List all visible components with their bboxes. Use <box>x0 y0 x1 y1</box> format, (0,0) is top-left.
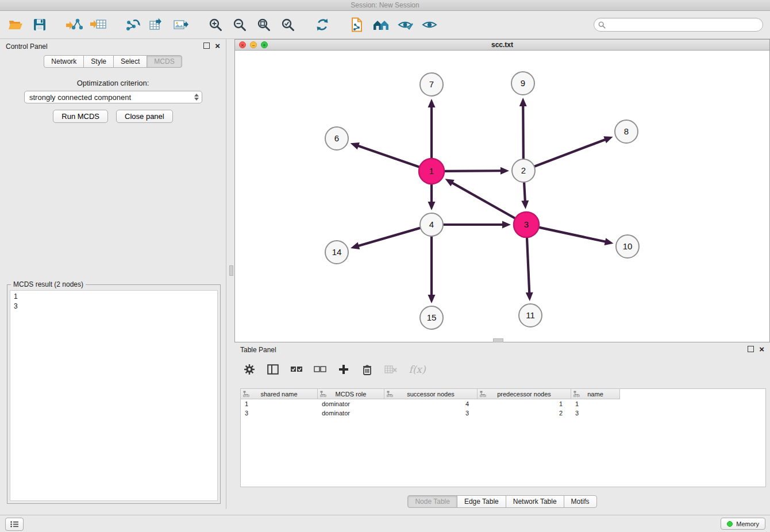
graph-node-8[interactable]: 8 <box>615 120 638 143</box>
edge-2-9[interactable] <box>519 98 527 159</box>
apply-style-button[interactable] <box>394 14 416 35</box>
status-bar: Memory <box>0 515 770 532</box>
svg-text:9: 9 <box>521 78 525 88</box>
network-canvas[interactable]: 7968124314101511 <box>235 50 769 342</box>
edge-3-11[interactable] <box>526 238 533 301</box>
close-window-icon[interactable]: × <box>239 41 246 48</box>
zoom-selected-button[interactable] <box>277 14 299 35</box>
table-settings-button[interactable] <box>242 363 256 376</box>
new-session-document-button[interactable] <box>346 14 368 35</box>
column-header-predecessor-nodes[interactable]: predecessor nodes <box>478 389 571 399</box>
mcds-result-list: 13 <box>10 290 218 501</box>
table-cell: 1 <box>571 399 620 408</box>
tab-network-table[interactable]: Network Table <box>506 495 564 508</box>
table-cell: dominator <box>318 408 384 418</box>
tab-mcds[interactable]: MCDS <box>147 55 182 68</box>
network-canvas-svg[interactable]: 7968124314101511 <box>235 50 769 342</box>
zoom-window-icon[interactable]: + <box>261 41 268 48</box>
graph-node-10[interactable]: 10 <box>616 235 639 258</box>
close-panel-icon[interactable]: × <box>215 43 220 49</box>
edge-2-3[interactable] <box>521 183 529 209</box>
deselect-all-columns-button[interactable] <box>313 363 327 376</box>
delete-table-button-disabled[interactable] <box>384 363 398 376</box>
table-row[interactable]: 1dominator411 <box>241 399 765 408</box>
zoom-out-button[interactable] <box>229 14 251 35</box>
tab-edge-table[interactable]: Edge Table <box>457 495 506 508</box>
graph-node-15[interactable]: 15 <box>420 306 443 329</box>
edge-2-8[interactable] <box>535 136 613 166</box>
save-session-button[interactable] <box>29 14 51 35</box>
export-table-button[interactable] <box>146 14 168 35</box>
show-all-networks-button[interactable] <box>370 14 392 35</box>
search-icon <box>598 21 606 29</box>
criterion-select[interactable]: strongly connected component <box>24 91 202 103</box>
tab-node-table[interactable]: Node Table <box>407 495 457 508</box>
control-panel-title: Control Panel <box>6 43 48 51</box>
export-network-button[interactable] <box>122 14 144 35</box>
tab-network[interactable]: Network <box>44 55 84 68</box>
edge-1-6[interactable] <box>351 142 419 167</box>
vertical-splitter-handle[interactable] <box>229 265 233 276</box>
status-menu-button[interactable] <box>5 518 24 531</box>
zoom-in-button[interactable] <box>205 14 226 35</box>
edge-1-2[interactable] <box>445 167 509 175</box>
create-column-button[interactable] <box>337 363 351 376</box>
search-input[interactable] <box>606 21 763 29</box>
graph-node-6[interactable]: 6 <box>325 127 348 150</box>
zoom-fit-icon <box>257 18 271 32</box>
svg-text:3: 3 <box>524 219 529 229</box>
select-all-columns-button[interactable] <box>290 363 303 376</box>
show-graphics-details-button[interactable] <box>418 14 440 35</box>
import-network-button[interactable] <box>63 14 85 35</box>
graph-node-14[interactable]: 14 <box>325 241 348 264</box>
show-column-panel-button[interactable] <box>266 363 280 376</box>
edge-3-1[interactable] <box>445 179 515 218</box>
graph-node-9[interactable]: 9 <box>511 72 534 95</box>
minimize-window-icon[interactable]: – <box>250 41 257 48</box>
svg-text:6: 6 <box>334 133 339 143</box>
edge-3-10[interactable] <box>539 228 613 245</box>
column-type-icon <box>480 391 486 398</box>
function-builder-button-disabled[interactable]: f(x) <box>407 363 427 376</box>
table-row[interactable]: 3dominator323 <box>241 408 765 418</box>
close-panel-button[interactable]: Close panel <box>116 110 173 123</box>
float-table-panel-icon[interactable] <box>748 346 754 352</box>
delete-column-button[interactable] <box>360 363 374 376</box>
graph-node-1[interactable]: 1 <box>419 159 444 184</box>
open-session-button[interactable] <box>5 14 26 35</box>
graph-node-2[interactable]: 2 <box>512 159 535 182</box>
table-header-row: shared nameMCDS rolesuccessor nodesprede… <box>241 389 765 399</box>
edge-4-14[interactable] <box>351 228 420 249</box>
export-image-button[interactable] <box>170 14 192 35</box>
horizontal-splitter-handle[interactable] <box>493 338 503 342</box>
edge-4-15[interactable] <box>428 237 436 303</box>
graph-node-7[interactable]: 7 <box>420 73 443 96</box>
memory-button[interactable]: Memory <box>721 518 765 530</box>
column-header-shared-name[interactable]: shared name <box>241 389 318 399</box>
float-panel-icon[interactable] <box>203 43 210 49</box>
edge-1-7[interactable] <box>428 99 436 158</box>
edge-4-3[interactable] <box>444 221 511 229</box>
control-panel-tabs: Network Style Select MCDS <box>0 55 226 68</box>
document-network-icon <box>350 17 364 32</box>
tab-motifs[interactable]: Motifs <box>564 495 597 508</box>
search-field[interactable] <box>594 18 763 32</box>
edge-1-4[interactable] <box>428 184 436 210</box>
graph-node-4[interactable]: 4 <box>420 213 443 236</box>
main-toolbar <box>0 11 770 39</box>
close-table-panel-icon[interactable]: × <box>759 346 764 352</box>
run-mcds-button[interactable]: Run MCDS <box>53 110 108 123</box>
graph-node-3[interactable]: 3 <box>514 212 539 237</box>
zoom-out-icon <box>233 18 247 32</box>
node-table[interactable]: shared nameMCDS rolesuccessor nodesprede… <box>240 388 766 487</box>
memory-label: Memory <box>736 521 759 527</box>
column-header-successor-nodes[interactable]: successor nodes <box>384 389 478 399</box>
refresh-button[interactable] <box>311 14 333 35</box>
graph-node-11[interactable]: 11 <box>519 304 542 327</box>
tab-select[interactable]: Select <box>113 55 147 68</box>
tab-style[interactable]: Style <box>83 55 114 68</box>
column-header-name[interactable]: name <box>571 389 620 399</box>
zoom-fit-button[interactable] <box>253 14 275 35</box>
import-table-button[interactable] <box>87 14 109 35</box>
column-header-MCDS-role[interactable]: MCDS role <box>318 389 384 399</box>
